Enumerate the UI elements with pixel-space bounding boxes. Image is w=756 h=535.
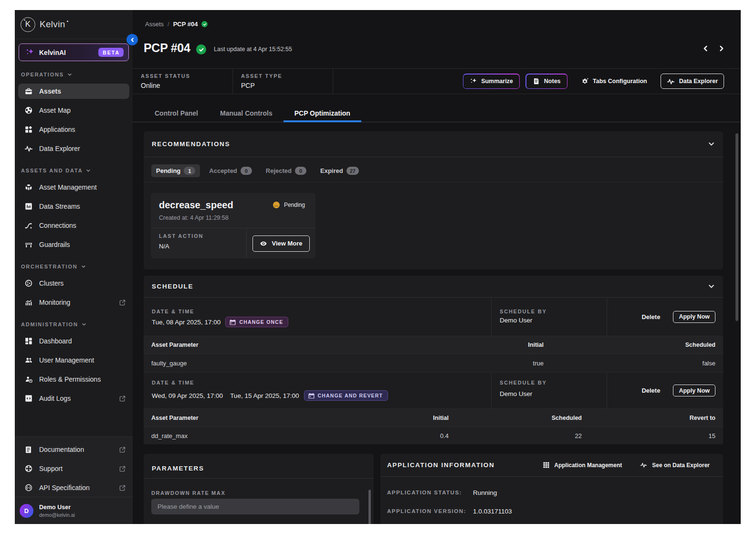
- user-email: demo@kelvin.ai: [39, 512, 75, 518]
- parameter-input[interactable]: [151, 499, 359, 514]
- parameters-scrollbar[interactable]: [368, 490, 371, 524]
- eye-icon: [260, 240, 267, 247]
- sidebar-item-dashboard[interactable]: Dashboard: [18, 333, 129, 349]
- status-check-icon: [201, 21, 208, 27]
- prev-asset-button[interactable]: [703, 45, 709, 52]
- schedule-table-header: Asset Parameter Initial Scheduled Revert…: [144, 409, 723, 427]
- sidebar-item-monitoring[interactable]: Monitoring: [18, 295, 129, 310]
- chevron-down-icon: [82, 322, 86, 327]
- breadcrumb-assets[interactable]: Assets: [145, 21, 164, 28]
- chevron-down-icon[interactable]: [708, 283, 715, 290]
- page-title: PCP #04: [144, 41, 190, 55]
- apps-grid-icon: [24, 125, 33, 134]
- last-update: Last update at 4 Apr 15:52:55: [214, 46, 292, 53]
- sidebar-item-label: Asset Map: [39, 107, 126, 114]
- delete-button[interactable]: Delete: [641, 313, 660, 321]
- schedule-header[interactable]: SCHEDULE: [144, 276, 723, 298]
- filter-expired[interactable]: Expired 27: [315, 164, 364, 177]
- sidebar-item-data-streams[interactable]: Data Streams: [18, 199, 129, 214]
- notes-button[interactable]: Notes: [525, 74, 567, 89]
- recommendation-created: Created at: 4 Apr 11:29:58: [159, 214, 308, 221]
- sidebar-item-roles-permissions[interactable]: Roles & Permissions: [18, 372, 129, 387]
- schedule-table-row: faulty_gauge true false: [144, 354, 723, 373]
- kelvinai-label: KelvinAI: [39, 49, 98, 56]
- schedule-by: Demo User: [500, 390, 532, 397]
- recommendation-card[interactable]: decrease_speed … Pending Created at: 4 A…: [151, 193, 315, 258]
- api-icon: [24, 483, 33, 492]
- tab-bar: Control Panel Manual Controls PCP Optimi…: [133, 105, 741, 122]
- apply-now-button[interactable]: Apply Now: [673, 311, 715, 323]
- sidebar-item-support[interactable]: Support: [18, 461, 129, 476]
- sidebar-item-assets[interactable]: Assets: [18, 84, 129, 99]
- sidebar-item-asset-map[interactable]: Asset Map: [18, 103, 129, 118]
- schedule-table-header: Asset Parameter Initial Scheduled: [144, 336, 723, 354]
- recommendation-status: Pending: [284, 202, 305, 208]
- summarize-button[interactable]: Summarize: [463, 74, 520, 89]
- gear-sparkle-icon: [581, 77, 589, 86]
- pulse-icon: [24, 144, 33, 153]
- asset-status-value: Online: [141, 82, 232, 89]
- sidebar-item-guardrails[interactable]: Guardrails: [18, 237, 129, 252]
- tab-manual-controls[interactable]: Manual Controls: [209, 105, 284, 122]
- count-badge: 0: [241, 167, 252, 175]
- section-assets-and-data[interactable]: ASSETS AND DATA: [15, 163, 133, 177]
- chevron-down-icon[interactable]: [708, 140, 715, 148]
- audit-logs-icon: [24, 394, 33, 403]
- apply-now-button[interactable]: Apply Now: [673, 385, 715, 396]
- sidebar-item-applications[interactable]: Applications: [18, 122, 129, 137]
- logo[interactable]: K Kelvin: [15, 10, 133, 39]
- external-link-icon: [119, 466, 126, 472]
- chevron-down-icon: [81, 264, 86, 269]
- kelvinai-button[interactable]: KelvinAI BETA: [19, 43, 129, 61]
- tab-pcp-optimization[interactable]: PCP Optimization: [284, 105, 361, 122]
- sidebar-item-asset-management[interactable]: Asset Management: [18, 180, 129, 195]
- next-asset-button[interactable]: [718, 45, 724, 52]
- sidebar-item-connections[interactable]: Connections: [18, 218, 129, 233]
- main-scrollbar[interactable]: [735, 133, 738, 321]
- recommendations-panel: RECOMMENDATIONS Pending 1 Accepted 0 Rej…: [144, 131, 723, 269]
- application-management-link[interactable]: Application Management: [543, 462, 622, 469]
- sidebar-item-audit-logs[interactable]: Audit Logs: [18, 391, 129, 406]
- schedule-revert-date: Tue, 15 Apr 2025, 17:00: [230, 392, 299, 399]
- parameter-label: DRAWDOWN RATE MAX: [151, 490, 374, 496]
- section-operations[interactable]: OPERATIONS: [15, 67, 133, 81]
- sidebar-item-data-explorer[interactable]: Data Explorer: [18, 141, 129, 156]
- tab-control-panel[interactable]: Control Panel: [144, 105, 209, 122]
- parameters-panel: PARAMETERS DRAWDOWN RATE MAX: [144, 454, 374, 524]
- change-and-revert-chip[interactable]: CHANGE AND REVERT: [304, 390, 388, 401]
- schedule-entry: DATE & TIME Wed, 09 Apr 2025, 17:00 Tue,…: [144, 373, 723, 409]
- delete-button[interactable]: Delete: [641, 387, 660, 394]
- chevron-down-icon: [86, 168, 91, 173]
- recommendation-filters: Pending 1 Accepted 0 Rejected 0 Expired …: [144, 157, 723, 182]
- notes-icon: [533, 77, 540, 85]
- last-action-label: LAST ACTION: [159, 233, 246, 239]
- count-badge: 27: [346, 167, 359, 175]
- asset-type-value: PCP: [241, 82, 333, 89]
- logo-text: Kelvin: [40, 19, 65, 30]
- section-administration[interactable]: ADMINISTRATION: [15, 317, 133, 331]
- filter-pending[interactable]: Pending 1: [151, 164, 200, 177]
- filter-accepted[interactable]: Accepted 0: [204, 164, 257, 177]
- globe-icon: [24, 106, 33, 115]
- dashboard-icon: [24, 337, 33, 346]
- sidebar-item-clusters[interactable]: Clusters: [18, 276, 129, 291]
- change-once-chip[interactable]: CHANGE ONCE: [225, 317, 288, 327]
- recommendations-header[interactable]: RECOMMENDATIONS: [144, 131, 723, 157]
- data-explorer-button[interactable]: Data Explorer: [661, 74, 724, 89]
- calendar-icon: [230, 319, 236, 325]
- briefcase-icon: [24, 87, 33, 96]
- section-orchestration[interactable]: ORCHESTRATION: [15, 259, 133, 273]
- sidebar-item-documentation[interactable]: Documentation: [18, 442, 129, 457]
- filter-rejected[interactable]: Rejected 0: [261, 164, 311, 177]
- sidebar-item-label: Clusters: [39, 279, 126, 287]
- last-action-value: N/A: [159, 243, 246, 250]
- view-more-button[interactable]: View More: [252, 235, 309, 252]
- sidebar-item-api-specification[interactable]: API Specification: [18, 480, 129, 495]
- tabs-configuration-button[interactable]: Tabs Configuration: [581, 77, 647, 86]
- sidebar-item-label: User Management: [39, 356, 126, 364]
- sidebar-item-user-management[interactable]: User Management: [18, 353, 129, 368]
- sidebar-collapse-button[interactable]: [126, 34, 138, 45]
- pending-status-icon: …: [273, 202, 280, 208]
- user-profile[interactable]: D Demo User demo@kelvin.ai: [15, 497, 133, 524]
- see-on-data-explorer-link[interactable]: See on Data Explorer: [640, 461, 710, 469]
